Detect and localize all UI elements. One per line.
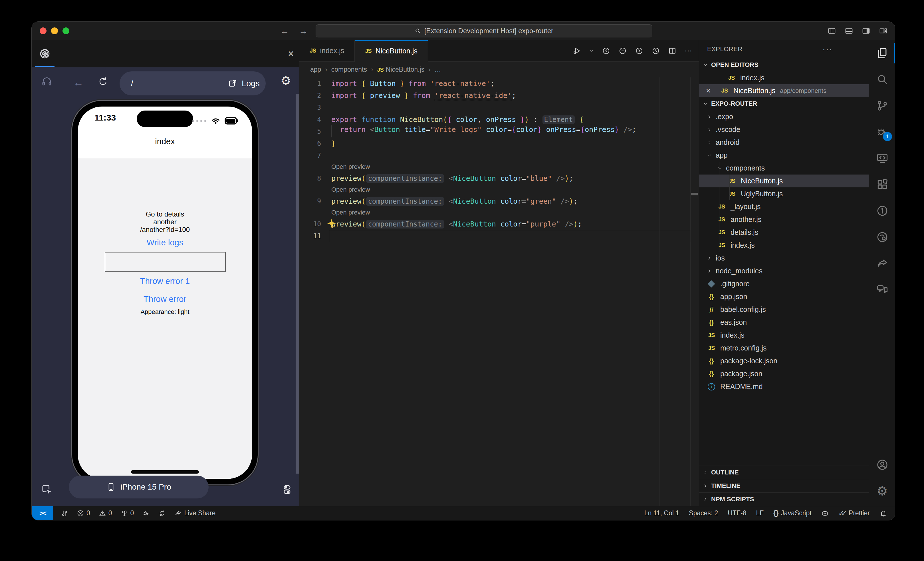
quick-fix-sparkle-icon[interactable]: [326, 218, 337, 229]
tree-item-babel.config.js[interactable]: βbabel.config.js: [699, 303, 868, 316]
device-settings-toggles-icon[interactable]: [282, 484, 292, 495]
source-control-icon[interactable]: [869, 93, 895, 119]
tree-item-ios[interactable]: ios: [699, 252, 868, 265]
back-icon[interactable]: ←: [74, 77, 84, 89]
history-forward-icon[interactable]: →: [299, 26, 308, 36]
zoom-window-button[interactable]: [63, 27, 69, 34]
status-tower[interactable]: 0: [121, 509, 134, 517]
status-liveshare[interactable]: Live Share: [174, 509, 216, 517]
extensions-icon[interactable]: [869, 171, 895, 198]
gitlens-inspect-icon[interactable]: [869, 224, 895, 250]
codelens-open-preview[interactable]: Open preview: [299, 184, 699, 195]
status-sync[interactable]: [158, 510, 166, 517]
tree-item-index.js[interactable]: JSindex.js: [699, 329, 868, 341]
more-editor-actions-icon[interactable]: ···: [685, 46, 692, 55]
throw-error-1-link[interactable]: Throw error 1: [78, 277, 252, 286]
live-share-icon[interactable]: [869, 250, 895, 277]
tree-item-components[interactable]: components: [699, 162, 868, 174]
remote-indicator[interactable]: ><: [32, 506, 53, 520]
accounts-icon[interactable]: [869, 451, 895, 478]
open-editor-NiceButton.js[interactable]: ×JSNiceButton.jsapp/components: [699, 84, 868, 97]
code-editor[interactable]: 1import { Button } from 'react-native';2…: [299, 77, 699, 506]
tree-item-app.json[interactable]: {}app.json: [699, 290, 868, 303]
inspect-element-icon[interactable]: [41, 484, 53, 496]
codelens-open-preview[interactable]: Open preview: [299, 161, 699, 172]
tree-item-README.md[interactable]: iREADME.md: [699, 380, 868, 393]
debug-dropdown-icon[interactable]: [589, 48, 594, 53]
status-ports[interactable]: [61, 510, 68, 517]
write-logs-link[interactable]: Write logs: [78, 238, 252, 247]
tree-item-eas.json[interactable]: {}eas.json: [699, 316, 868, 329]
simulator-screen[interactable]: 11:33 index Go to detailsanother/another…: [78, 107, 252, 479]
status-copilot[interactable]: [821, 510, 829, 517]
run-and-debug-icon[interactable]: 1: [869, 119, 895, 145]
tree-item-package.json[interactable]: {}package.json: [699, 367, 868, 380]
history-back-icon[interactable]: ←: [280, 26, 289, 36]
status-ln-11-col-1[interactable]: Ln 11, Col 1: [644, 509, 679, 517]
status-lf[interactable]: LF: [756, 509, 764, 517]
tree-item-UglyButton.js[interactable]: JSUglyButton.js: [699, 187, 868, 200]
explorer-icon[interactable]: [869, 40, 895, 66]
breadcrumb-item[interactable]: JSNiceButton.js: [377, 66, 424, 74]
close-window-button[interactable]: [40, 27, 46, 34]
editor-tab-index.js[interactable]: JSindex.js: [299, 40, 355, 62]
navigation-dot-icon[interactable]: [618, 47, 627, 55]
expo-panel-tab[interactable]: [32, 40, 58, 67]
tree-item-another.js[interactable]: JSanother.js: [699, 213, 868, 226]
section-npm-scripts[interactable]: NPM SCRIPTS: [699, 492, 868, 506]
tree-item-metro.config.js[interactable]: JSmetro.config.js: [699, 341, 868, 355]
gitlens-icon[interactable]: [869, 198, 895, 224]
status-bell[interactable]: [879, 510, 887, 517]
throw-error-link[interactable]: Throw error: [78, 295, 252, 304]
reload-icon[interactable]: [98, 77, 108, 87]
timeline-icon[interactable]: [651, 47, 660, 55]
status-prettier[interactable]: ✓✓Prettier: [838, 509, 870, 517]
tree-item-.vscode[interactable]: .vscode: [699, 123, 868, 136]
breadcrumb-item[interactable]: app: [310, 66, 321, 74]
codelens-open-preview[interactable]: Open preview: [299, 207, 699, 218]
status-error[interactable]: 0: [77, 509, 90, 517]
debug-run-icon[interactable]: [573, 47, 581, 55]
toggle-secondary-sidebar-icon[interactable]: [862, 27, 870, 35]
open-editor-index.js[interactable]: JSindex.js: [699, 71, 868, 84]
tree-item-package-lock.json[interactable]: {}package-lock.json: [699, 355, 868, 367]
status-utf-8[interactable]: UTF-8: [728, 509, 746, 517]
search-icon[interactable]: [869, 66, 895, 93]
section-outline[interactable]: OUTLINE: [699, 466, 868, 479]
tree-item-_layout.js[interactable]: JS_layout.js: [699, 200, 868, 213]
tree-item-.expo[interactable]: .expo: [699, 110, 868, 123]
section-timeline[interactable]: TIMELINE: [699, 479, 868, 492]
logs-button[interactable]: Logs: [228, 71, 260, 95]
status-javascript[interactable]: {}JavaScript: [773, 509, 811, 517]
command-center-search[interactable]: [Extension Development Host] expo-router: [316, 24, 652, 38]
tree-item-app[interactable]: app: [699, 149, 868, 162]
breadcrumb-item[interactable]: components: [331, 66, 367, 74]
status-warn[interactable]: 0: [99, 509, 112, 517]
settings-gear-icon[interactable]: ⚙: [280, 75, 291, 87]
close-panel-icon[interactable]: ×: [288, 48, 294, 59]
panel-scrollbar[interactable]: [296, 94, 299, 474]
manage-icon[interactable]: ⚙: [869, 478, 895, 504]
tree-item-.gitignore[interactable]: .gitignore: [699, 277, 868, 290]
toggle-primary-sidebar-icon[interactable]: [828, 27, 836, 35]
text-input[interactable]: [105, 252, 226, 272]
remote-explorer-icon[interactable]: [869, 145, 895, 171]
editor-tab-NiceButton.js[interactable]: JSNiceButton.js: [355, 40, 428, 62]
tree-item-NiceButton.js[interactable]: JSNiceButton.js: [699, 174, 868, 187]
close-editor-icon[interactable]: ×: [706, 86, 711, 95]
toggle-panel-icon[interactable]: [844, 27, 853, 35]
device-selector[interactable]: iPhone 15 Pro: [69, 475, 208, 498]
project-section-header[interactable]: EXPO-ROUTER: [699, 97, 868, 110]
tree-item-node_modules[interactable]: node_modules: [699, 265, 868, 277]
open-editors-header[interactable]: OPEN EDITORS: [699, 58, 868, 71]
comments-icon[interactable]: [869, 277, 895, 303]
split-editor-icon[interactable]: [668, 47, 676, 55]
tree-item-android[interactable]: android: [699, 136, 868, 149]
customize-layout-icon[interactable]: [879, 27, 888, 35]
breadcrumb-item[interactable]: …: [435, 66, 441, 74]
tree-item-details.js[interactable]: JSdetails.js: [699, 226, 868, 239]
navigate-back-icon[interactable]: [602, 47, 610, 55]
status-spaces-2[interactable]: Spaces: 2: [689, 509, 718, 517]
minimize-window-button[interactable]: [51, 27, 58, 34]
status-debugalt[interactable]: [142, 510, 150, 517]
